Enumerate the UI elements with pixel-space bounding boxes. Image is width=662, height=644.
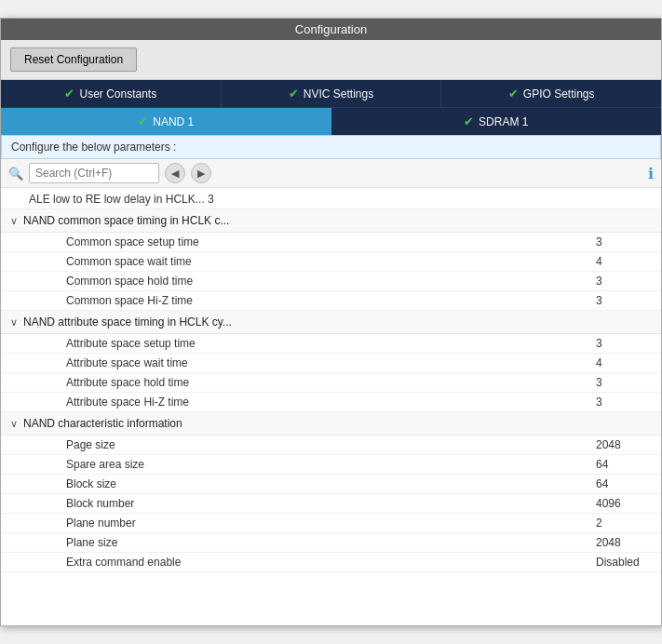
list-item: Attribute space setup time 3 [1, 334, 661, 354]
prev-nav-button[interactable]: ◀ [165, 163, 185, 183]
tab-nvic-settings[interactable]: ✔ NVIC Settings [222, 80, 442, 107]
param-value: 3 [596, 275, 652, 288]
param-value: 2 [596, 517, 652, 530]
tabs-row1: ✔ User Constants ✔ NVIC Settings ✔ GPIO … [1, 80, 661, 107]
param-label: Attribute space wait time [66, 356, 596, 369]
param-label: Attribute space hold time [66, 376, 596, 389]
list-item: Block number 4096 [1, 494, 661, 514]
group-nand-common[interactable]: ∨ NAND common space timing in HCLK c... [1, 209, 661, 233]
list-item: ALE low to RE low delay in HCLK... 3 [1, 190, 661, 209]
content-area[interactable]: ALE low to RE low delay in HCLK... 3 ∨ N… [1, 188, 661, 625]
search-input[interactable] [29, 163, 159, 183]
param-label: Common space setup time [66, 235, 596, 248]
content-inner: ALE low to RE low delay in HCLK... 3 ∨ N… [1, 188, 661, 574]
configure-bar: Configure the below parameters : [1, 135, 661, 159]
list-item: Common space hold time 3 [1, 272, 661, 291]
list-item: Attribute space wait time 4 [1, 354, 661, 373]
next-nav-button[interactable]: ▶ [191, 163, 211, 183]
group-label: NAND characteristic information [23, 417, 182, 430]
param-label: Attribute space Hi-Z time [66, 396, 596, 409]
list-item: Spare area size 64 [1, 455, 661, 475]
list-item: Block size 64 [1, 475, 661, 494]
param-label: Common space hold time [66, 275, 596, 288]
param-label: Page size [66, 438, 596, 451]
param-value: 4 [596, 255, 652, 268]
param-label: Attribute space setup time [66, 337, 596, 350]
list-item: Attribute space Hi-Z time 3 [1, 393, 661, 412]
param-label: Common space Hi-Z time [66, 294, 596, 307]
tab-label-nvic: NVIC Settings [304, 87, 373, 101]
tab-user-constants[interactable]: ✔ User Constants [1, 80, 222, 107]
search-bar: 🔍 ◀ ▶ ℹ [1, 159, 661, 188]
param-value: 4 [596, 356, 652, 369]
tab-label-user-constants: User Constants [79, 87, 156, 101]
chevron-icon: ∨ [10, 215, 18, 227]
param-value: 3 [596, 396, 652, 409]
check-icon-nand1: ✔ [138, 114, 148, 128]
info-icon[interactable]: ℹ [648, 165, 654, 182]
window-title: Configuration [295, 22, 367, 36]
list-item: Common space wait time 4 [1, 252, 661, 272]
param-label: Common space wait time [66, 255, 596, 268]
reset-config-button[interactable]: Reset Configuration [10, 47, 137, 72]
list-item: Plane size 2048 [1, 533, 661, 553]
param-value: 64 [596, 458, 652, 471]
tab-label-gpio: GPIO Settings [523, 87, 595, 101]
list-item: Attribute space hold time 3 [1, 373, 661, 393]
param-label: Plane size [66, 536, 596, 549]
tab-gpio-settings[interactable]: ✔ GPIO Settings [441, 80, 661, 107]
list-item: Plane number 2 [1, 514, 661, 533]
chevron-icon: ∨ [10, 418, 18, 430]
list-item: Page size 2048 [1, 436, 661, 455]
tab-sdram1[interactable]: ✔ SDRAM 1 [331, 108, 662, 135]
group-label: NAND attribute space timing in HCLK cy..… [23, 315, 232, 329]
param-value: 3 [596, 235, 652, 248]
chevron-icon: ∨ [10, 316, 18, 329]
param-label: Spare area size [66, 458, 596, 471]
param-value: 2048 [596, 536, 652, 549]
param-label: Extra command enable [66, 556, 596, 569]
param-value: 4096 [596, 497, 652, 510]
title-bar: Configuration [1, 19, 661, 40]
param-label: Block size [66, 477, 596, 490]
toolbar: Reset Configuration [1, 40, 661, 80]
param-label: Plane number [66, 517, 596, 530]
main-window: Configuration Reset Configuration ✔ User… [0, 18, 662, 626]
param-label: Block number [66, 497, 596, 510]
list-item: Common space Hi-Z time 3 [1, 291, 661, 311]
param-value: 3 [596, 337, 652, 350]
tabs-row2: ✔ NAND 1 ✔ SDRAM 1 [1, 107, 661, 135]
list-item: Common space setup time 3 [1, 233, 661, 252]
tab-label-nand1: NAND 1 [153, 115, 194, 128]
check-icon-nvic: ✔ [289, 87, 299, 101]
configure-text: Configure the below parameters : [11, 141, 176, 154]
group-nand-attribute[interactable]: ∨ NAND attribute space timing in HCLK cy… [1, 311, 661, 334]
param-value: 3 [596, 376, 652, 389]
tab-nand1[interactable]: ✔ NAND 1 [1, 108, 331, 135]
param-label: ALE low to RE low delay in HCLK... 3 [10, 193, 652, 206]
search-icon: 🔍 [8, 167, 23, 181]
param-value: 3 [596, 294, 652, 307]
param-value: 2048 [596, 438, 652, 451]
tab-label-sdram1: SDRAM 1 [479, 115, 528, 128]
check-icon-sdram1: ✔ [464, 114, 474, 128]
list-item: Extra command enable Disabled [1, 553, 661, 572]
check-icon-gpio: ✔ [508, 87, 519, 101]
param-value: Disabled [596, 556, 652, 569]
check-icon-user-constants: ✔ [64, 87, 74, 101]
group-nand-characteristic[interactable]: ∨ NAND characteristic information [1, 412, 661, 436]
param-value: 64 [596, 477, 652, 490]
group-label: NAND common space timing in HCLK c... [23, 214, 229, 227]
